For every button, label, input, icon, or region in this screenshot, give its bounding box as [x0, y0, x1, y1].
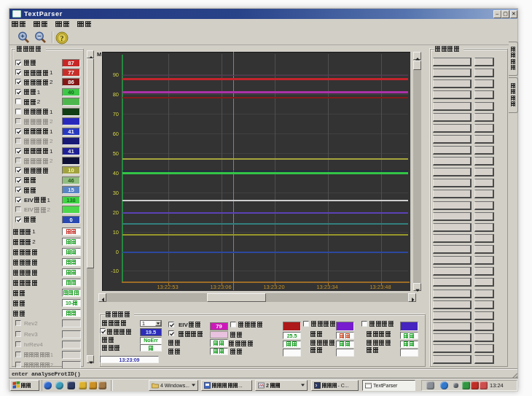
- svg-text:?: ?: [60, 34, 64, 42]
